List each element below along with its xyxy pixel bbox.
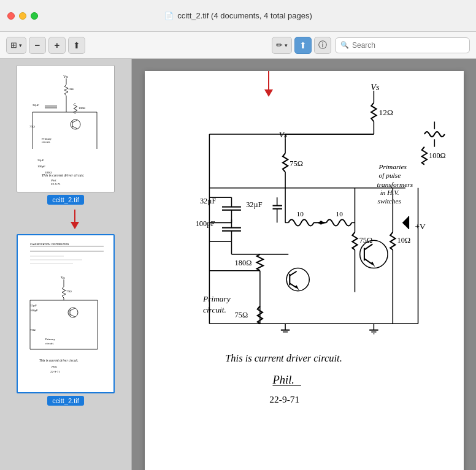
thumb-2-circuit-image: CLASSIFICATION DISTRIBUTION Vs 75Ω <box>21 239 112 386</box>
sidebar-toggle-button[interactable]: ⊞ ▾ <box>6 37 26 54</box>
zoom-in-button[interactable]: + <box>48 37 66 54</box>
svg-text:100Ω: 100Ω <box>79 107 86 110</box>
svg-text:Vs: Vs <box>370 82 380 92</box>
svg-text:32µF: 32µF <box>30 304 37 307</box>
svg-text:CLASSIFICATION: CLASSIFICATION <box>30 243 50 246</box>
svg-rect-27 <box>27 239 107 386</box>
sidebar-label-2: ccitt_2.tif <box>47 396 83 406</box>
close-button[interactable] <box>7 12 15 20</box>
svg-text:10: 10 <box>296 210 304 218</box>
upload-button[interactable]: ⬆ <box>294 37 312 54</box>
svg-text:circuit.: circuit. <box>42 140 50 143</box>
traffic-lights <box>7 12 38 20</box>
content-area: Vs 12Ω 32µF 100pF <box>132 59 476 470</box>
svg-text:12Ω: 12Ω <box>378 108 393 117</box>
zoom-in-icon: + <box>55 40 60 50</box>
svg-text:32µF: 32µF <box>246 200 262 209</box>
zoom-out-icon: − <box>35 40 40 50</box>
svg-text:Primaries: Primaries <box>378 163 407 170</box>
svg-text:75Ω: 75Ω <box>234 311 248 319</box>
svg-text:100pF: 100pF <box>30 309 38 312</box>
svg-text:22-9-71: 22-9-71 <box>269 394 299 404</box>
svg-text:10Ω: 10Ω <box>397 236 410 244</box>
title-bar: 📄 ccitt_2.tif (4 documents, 4 total page… <box>0 0 476 32</box>
svg-text:32µF: 32µF <box>37 159 44 162</box>
sidebar-toggle-chevron: ▾ <box>19 42 22 48</box>
svg-text:32µF: 32µF <box>33 104 39 107</box>
sidebar-thumb-1[interactable]: Vs 12Ω 32µF 100Ω <box>17 65 115 192</box>
svg-text:75Ω: 75Ω <box>29 125 35 128</box>
svg-text:in H.V.: in H.V. <box>380 189 399 196</box>
thumb-1-circuit-image: Vs 12Ω 32µF 100Ω <box>21 69 112 186</box>
svg-text:75Ω: 75Ω <box>66 290 72 293</box>
fullscreen-button[interactable] <box>31 12 38 20</box>
zoom-out-button[interactable]: − <box>29 37 46 54</box>
minimize-button[interactable] <box>19 12 26 20</box>
svg-text:Phil.: Phil. <box>272 373 294 386</box>
sidebar-toggle-icon: ⊞ <box>10 40 17 50</box>
svg-text:Primary: Primary <box>45 338 56 341</box>
svg-text:DISTRIBUTION: DISTRIBUTION <box>52 243 69 246</box>
toolbar-left-group: ⊞ ▾ − + ⬆ <box>6 37 85 54</box>
svg-text:Phil.: Phil. <box>51 365 58 368</box>
annotate-button[interactable]: ✏ ▾ <box>272 37 292 54</box>
search-box[interactable]: 🔍 <box>335 37 470 53</box>
main-circuit-diagram: Vs 12Ω 32µF 100pF <box>145 71 464 470</box>
svg-text:This is current driver circuit: This is current driver circuit. <box>42 173 84 177</box>
svg-text:circuit.: circuit. <box>203 305 226 314</box>
toolbar: ⊞ ▾ − + ⬆ ✏ ▾ ⬆ ⓘ 🔍 <box>0 32 476 59</box>
svg-text:Phil.: Phil. <box>50 179 57 182</box>
svg-text:Vs: Vs <box>61 276 65 279</box>
svg-text:of pulse: of pulse <box>378 172 401 179</box>
sidebar-arrow <box>23 210 126 229</box>
svg-text:100pF: 100pF <box>37 165 45 168</box>
sidebar-label-1: ccitt_2.tif <box>47 195 83 205</box>
svg-text:12Ω: 12Ω <box>68 88 74 91</box>
sidebar: Vs 12Ω 32µF 100Ω <box>0 59 132 470</box>
page-canvas: Vs 12Ω 32µF 100pF <box>145 71 464 470</box>
upload-icon: ⬆ <box>299 40 307 50</box>
svg-text:32µF: 32µF <box>199 197 215 205</box>
sidebar-group-1: Vs 12Ω 32µF 100Ω <box>5 65 126 205</box>
svg-text:This is current driver circuit: This is current driver circuit. <box>225 352 342 364</box>
main-area: Vs 12Ω 32µF 100Ω <box>0 59 476 470</box>
share-button[interactable]: ⬆ <box>68 37 85 54</box>
document-icon: 📄 <box>164 11 174 21</box>
svg-text:22-9-71: 22-9-71 <box>51 183 61 186</box>
svg-text:transformers: transformers <box>377 181 413 188</box>
svg-text:75Ω: 75Ω <box>290 159 303 168</box>
sidebar-group-2: CLASSIFICATION DISTRIBUTION Vs 75Ω <box>5 234 126 406</box>
annotate-icon: ✏ <box>276 40 283 50</box>
svg-rect-0 <box>26 69 106 186</box>
svg-text:+V: +V <box>415 222 426 231</box>
svg-text:180Ω: 180Ω <box>234 259 251 267</box>
info-icon: ⓘ <box>318 40 327 51</box>
share-icon: ⬆ <box>73 40 80 50</box>
search-icon: 🔍 <box>340 41 349 49</box>
annotate-chevron-icon: ▾ <box>285 42 288 48</box>
svg-text:Vs: Vs <box>63 74 68 79</box>
window-title: 📄 ccitt_2.tif (4 documents, 4 total page… <box>164 11 312 21</box>
svg-text:circuit.: circuit. <box>45 342 54 345</box>
svg-text:switches: switches <box>377 197 401 205</box>
info-button[interactable]: ⓘ <box>314 37 331 54</box>
svg-text:10: 10 <box>336 210 343 218</box>
svg-text:Primary: Primary <box>202 294 231 303</box>
search-input[interactable] <box>352 41 464 50</box>
sidebar-thumb-2[interactable]: CLASSIFICATION DISTRIBUTION Vs 75Ω <box>17 234 115 393</box>
svg-text:75Ω: 75Ω <box>30 328 36 332</box>
toolbar-annotate-group: ✏ ▾ ⬆ ⓘ <box>272 37 331 54</box>
svg-text:This is current driver circuit: This is current driver circuit. <box>39 358 79 362</box>
svg-text:100Ω: 100Ω <box>429 151 446 160</box>
svg-text:22-9-71: 22-9-71 <box>50 370 60 373</box>
svg-text:100pF: 100pF <box>195 219 215 228</box>
